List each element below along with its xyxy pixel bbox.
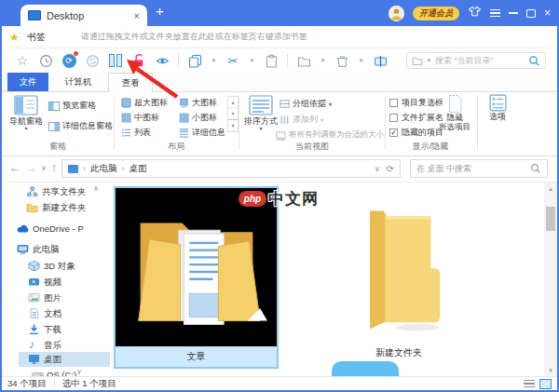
checkbox[interactable]: [389, 114, 398, 122]
copy-icon[interactable]: [187, 53, 202, 68]
tab-close-icon[interactable]: ×: [134, 10, 140, 21]
search-icon[interactable]: [530, 163, 541, 174]
video-icon: [28, 276, 40, 288]
layout-scroll-buttons[interactable]: ▴ ▾ ▾: [227, 96, 239, 132]
layout-list-item[interactable]: 列表: [121, 127, 151, 139]
cut-caret-icon[interactable]: ▾: [249, 57, 255, 64]
scrollbar-down-icon[interactable]: ▾: [544, 364, 557, 376]
sidebar-item-documents[interactable]: 文档: [0, 306, 110, 321]
up-icon[interactable]: ↑: [51, 162, 57, 173]
details-pane-item[interactable]: 详细信息窗格: [48, 120, 113, 132]
sidebar-item-music[interactable]: ♪ 音乐: [0, 338, 110, 353]
sidebar-item-new-folder[interactable]: 新建文件夹: [0, 200, 110, 215]
details-view-icon: [179, 128, 189, 138]
address-dropdown-icon[interactable]: ∨: [375, 165, 380, 173]
checkbox[interactable]: [389, 99, 398, 107]
delete-trash-icon[interactable]: [334, 53, 349, 68]
file-manager-window: Desktop × + 开通会员 × ★: [0, 0, 559, 392]
computer-icon: [17, 243, 29, 255]
forward-icon[interactable]: →: [25, 162, 36, 173]
thumbnail-view-toggle-icon[interactable]: [539, 379, 552, 389]
folder-icon: [26, 201, 38, 213]
preview-pane-item[interactable]: 预览窗格: [48, 100, 96, 112]
group-by-item[interactable]: 分组依据 ▾: [280, 98, 332, 110]
add-columns-icon: [280, 115, 290, 125]
details-view-toggle-icon[interactable]: [524, 379, 535, 389]
new-folder-caret-icon[interactable]: ▾: [320, 57, 326, 64]
ribbon-tab-bar: 文件 计算机 查看: [0, 73, 559, 92]
folder-with-documents-icon: [122, 203, 271, 339]
ribbon-tab-computer[interactable]: 计算机: [54, 73, 102, 91]
history-caret-icon[interactable]: ∨: [41, 165, 47, 172]
circular-arrows-icon[interactable]: [85, 53, 100, 68]
sidebar-item-this-pc[interactable]: 此电脑: [0, 242, 110, 257]
add-columns-item[interactable]: 添加列 ▾: [280, 114, 323, 126]
watermark-text: 中文网: [268, 188, 319, 210]
checkbox-checked[interactable]: ✓: [389, 128, 398, 137]
breadcrumb-desktop[interactable]: 桌面: [130, 163, 147, 175]
paste-clipboard-icon[interactable]: [264, 53, 279, 68]
layout-details-item[interactable]: 详细信息: [179, 127, 225, 139]
toolbar: ☆ ⟳: [0, 48, 559, 73]
sidebar-item-videos[interactable]: 视频: [0, 275, 110, 290]
sidebar-item-downloads[interactable]: 下载: [0, 322, 110, 337]
layout-scroll-up-icon[interactable]: ▴: [228, 97, 238, 108]
delete-caret-icon[interactable]: ▾: [358, 57, 364, 64]
membership-button[interactable]: 开通会员: [413, 7, 459, 20]
file-tile-selected[interactable]: 文章: [114, 186, 279, 369]
skin-icon[interactable]: [468, 5, 482, 22]
sidebar-item-3d-objects[interactable]: 3D 对象: [0, 259, 110, 274]
nav-pane-icon: [14, 94, 38, 116]
layout-scroll-down-icon[interactable]: ▾: [228, 108, 238, 119]
scrollbar-up-icon[interactable]: ▴: [544, 182, 557, 195]
new-tab-button[interactable]: +: [156, 3, 164, 19]
empty-folder-icon[interactable]: [343, 196, 453, 345]
hide-selected-icon: [447, 94, 463, 114]
layout-small-icons-item[interactable]: 小图标: [179, 112, 217, 124]
favorite-star-icon[interactable]: ☆: [15, 53, 30, 68]
bookmark-label: 书签: [27, 31, 46, 44]
search-scope-caret-icon[interactable]: ▾: [426, 57, 432, 64]
refresh-icon[interactable]: ⟳: [387, 164, 394, 174]
watermark-php-badge: php: [239, 191, 266, 207]
3d-cube-icon: [28, 260, 40, 272]
breadcrumb-this-pc[interactable]: 此电脑: [90, 163, 117, 175]
options-button[interactable]: 选项: [481, 94, 514, 121]
sidebar-item-onedrive[interactable]: OneDrive - P: [0, 222, 110, 237]
size-columns-item[interactable]: 将所有列调整为合适的大小: [276, 129, 384, 141]
layout-more-icon[interactable]: ▾: [228, 119, 238, 131]
nav-pane-button[interactable]: 导航窗格 ▾: [7, 94, 45, 132]
hamburger-menu-icon[interactable]: [490, 9, 500, 18]
sidebar-item-pictures[interactable]: 图片: [0, 291, 110, 305]
sort-by-button[interactable]: 排序方式 ▾: [242, 94, 280, 132]
rename-icon[interactable]: [373, 53, 388, 68]
avatar[interactable]: [389, 6, 404, 21]
scrollbar-thumb[interactable]: [546, 207, 555, 231]
sidebar-item-desktop-selected[interactable]: 桌面: [19, 352, 110, 367]
cut-scissors-icon[interactable]: ✂: [225, 53, 240, 68]
minimize-button[interactable]: [509, 12, 518, 14]
new-folder-icon[interactable]: [296, 53, 311, 68]
vertical-scrollbar[interactable]: ▴ ▾: [544, 182, 557, 376]
ribbon-tab-file[interactable]: 文件: [7, 73, 48, 91]
hide-selected-button[interactable]: 隐藏 所选项目: [436, 94, 473, 132]
layout-medium-icons-item[interactable]: 中图标: [121, 112, 159, 124]
breadcrumb[interactable]: › 此电脑 › 桌面 ∨ ⟳: [61, 159, 401, 178]
copy-caret-icon[interactable]: ▾: [211, 57, 217, 64]
file-name-label: 文章: [116, 346, 277, 367]
toolbar-search-box[interactable]: ▾ 搜索 “当前目录”: [406, 52, 546, 69]
sync-badge-icon[interactable]: ⟳: [61, 53, 76, 68]
location-search-box[interactable]: 在 桌面 中搜索: [410, 159, 548, 178]
history-clock-icon[interactable]: [38, 53, 53, 68]
bookmark-bar: ★ 书签 请通过拖拽文件或文件夹放置在此处或在标签页右键添加书签: [0, 26, 559, 48]
medium-icons-icon: [121, 113, 131, 123]
search-icon[interactable]: [528, 55, 540, 67]
tab-desktop[interactable]: Desktop ×: [20, 5, 147, 26]
close-window-button[interactable]: ×: [544, 7, 551, 19]
folder-thumbnail: [116, 188, 277, 346]
maximize-button[interactable]: [526, 9, 536, 18]
sidebar-item-shared-folder[interactable]: 共享文件夹: [0, 184, 110, 199]
back-icon[interactable]: ←: [9, 162, 20, 173]
options-label: 选项: [489, 112, 506, 121]
tree-scroll-down-icon[interactable]: ∨: [76, 368, 82, 376]
